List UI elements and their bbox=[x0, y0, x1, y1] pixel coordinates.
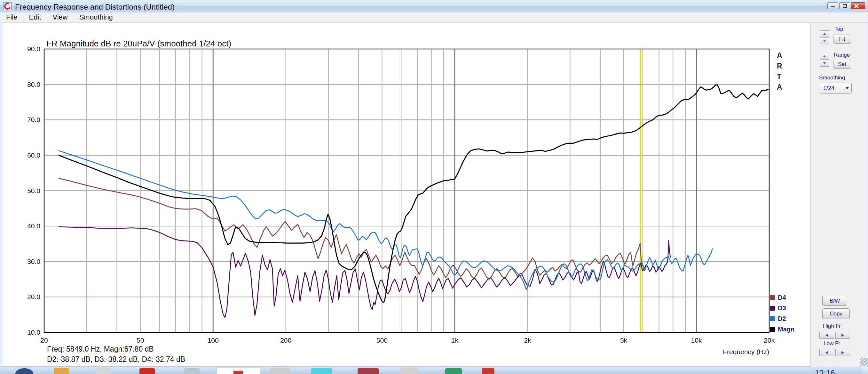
smoothing-select[interactable]: 1/24 bbox=[820, 83, 852, 93]
xaxis-title: Frequency (Hz) bbox=[673, 348, 769, 356]
spin-up-icon bbox=[823, 33, 826, 35]
app-cyan-icon[interactable] bbox=[311, 368, 332, 374]
app-window: Frequency Response and Distortions (Unti… bbox=[0, 0, 868, 367]
app-window-icon-2[interactable] bbox=[184, 368, 199, 374]
taskbar-clock[interactable]: 13:16 bbox=[815, 369, 835, 374]
low-fr-right-button[interactable] bbox=[835, 349, 850, 356]
arta-active-task[interactable] bbox=[216, 368, 260, 374]
arta-taskbar-icon bbox=[234, 369, 243, 374]
svg-text:1k: 1k bbox=[451, 337, 459, 344]
arrow-right-icon bbox=[841, 334, 844, 337]
cursor-readout: Freq: 5849.0 Hz, Magn:67.80 dB bbox=[47, 345, 154, 353]
svg-text:10.0: 10.0 bbox=[27, 328, 40, 336]
top-spin-up-button[interactable] bbox=[820, 30, 829, 37]
svg-text:60.0: 60.0 bbox=[27, 151, 40, 159]
smoothing-value: 1/24 bbox=[823, 85, 846, 92]
range-label: Range bbox=[834, 52, 850, 58]
svg-text:200: 200 bbox=[280, 337, 291, 344]
svg-text:10k: 10k bbox=[691, 337, 702, 344]
fr-chart-plot[interactable]: 90.080.070.060.050.040.030.020.010.02050… bbox=[0, 0, 868, 374]
svg-text:70.0: 70.0 bbox=[27, 116, 40, 123]
app-window-icon-1[interactable] bbox=[95, 368, 111, 374]
svg-text:20: 20 bbox=[40, 337, 48, 344]
legend-label: D2 bbox=[778, 315, 786, 322]
low-fr-label: Low Fr bbox=[824, 340, 840, 347]
resize-grip[interactable] bbox=[860, 358, 868, 366]
opera-icon[interactable] bbox=[140, 368, 155, 374]
dropdown-arrow-icon bbox=[846, 87, 849, 89]
svg-text:500: 500 bbox=[376, 337, 388, 344]
svg-text:90.0: 90.0 bbox=[27, 45, 40, 53]
spin-down-icon bbox=[823, 62, 826, 64]
high-fr-label: High Fr bbox=[823, 323, 841, 329]
svg-text:40.0: 40.0 bbox=[27, 222, 40, 230]
high-fr-left-button[interactable] bbox=[819, 332, 834, 339]
svg-text:100: 100 bbox=[208, 337, 219, 344]
spin-down-icon bbox=[823, 40, 826, 42]
svg-text:5k: 5k bbox=[620, 337, 627, 344]
top-spin-down-button[interactable] bbox=[820, 37, 829, 44]
arrow-left-icon bbox=[826, 334, 828, 337]
svg-text:50.0: 50.0 bbox=[27, 187, 40, 194]
range-spinner bbox=[820, 53, 829, 67]
svg-text:80.0: 80.0 bbox=[27, 81, 40, 88]
app-flag-icon[interactable] bbox=[358, 368, 379, 374]
taskbar: 13:16 bbox=[0, 367, 868, 374]
legend-label: D4 bbox=[778, 294, 786, 301]
arta-watermark: ARTA bbox=[777, 50, 782, 92]
spin-up-icon bbox=[823, 55, 826, 57]
start-orb[interactable] bbox=[16, 368, 33, 374]
app-gray-icon-1[interactable] bbox=[270, 368, 290, 374]
arrow-right-icon bbox=[841, 351, 844, 354]
legend-swatch-icon bbox=[770, 316, 775, 321]
svg-text:30.0: 30.0 bbox=[27, 258, 40, 265]
range-spin-down-button[interactable] bbox=[820, 60, 829, 66]
fit-button[interactable]: Fit bbox=[833, 35, 851, 44]
legend-label: Magn bbox=[778, 326, 795, 333]
legend-item-magn: Magn bbox=[770, 324, 795, 335]
legend-label: D3 bbox=[778, 305, 786, 312]
copy-button[interactable]: Copy bbox=[822, 308, 850, 319]
chart-legend: D4D3D2Magn bbox=[770, 292, 795, 335]
low-fr-left-button[interactable] bbox=[819, 349, 834, 356]
svg-text:20k: 20k bbox=[764, 337, 775, 344]
legend-swatch-icon bbox=[770, 327, 775, 332]
top-spinner bbox=[820, 30, 829, 45]
range-spin-up-button[interactable] bbox=[820, 53, 829, 60]
legend-item-d4: D4 bbox=[770, 292, 795, 303]
explorer-folder-icon[interactable] bbox=[54, 368, 69, 374]
chart-title: FR Magnitude dB re 20uPa/V (smoothed 1/2… bbox=[46, 39, 231, 49]
show-desktop-button[interactable] bbox=[862, 367, 868, 374]
svg-text:2k: 2k bbox=[524, 337, 531, 344]
distortion-readout: D2:-38.87 dB, D3:-38.22 dB, D4:-32.74 dB bbox=[47, 355, 185, 364]
app-gray-icon-2[interactable] bbox=[400, 368, 418, 374]
legend-item-d3: D3 bbox=[770, 303, 795, 314]
arrow-left-icon bbox=[826, 351, 828, 354]
legend-swatch-icon bbox=[770, 306, 775, 311]
set-button[interactable]: Set bbox=[833, 60, 851, 69]
smoothing-label: Smoothing bbox=[819, 75, 845, 81]
top-label: Top bbox=[834, 26, 843, 32]
legend-item-d2: D2 bbox=[770, 314, 795, 324]
legend-swatch-icon bbox=[770, 295, 775, 300]
app-red-icon[interactable] bbox=[482, 368, 494, 374]
app-green-icon[interactable] bbox=[445, 368, 462, 374]
svg-text:50: 50 bbox=[136, 337, 144, 344]
high-fr-right-button[interactable] bbox=[835, 332, 850, 339]
svg-text:20.0: 20.0 bbox=[27, 293, 40, 300]
bw-button[interactable]: B/W bbox=[822, 296, 847, 306]
